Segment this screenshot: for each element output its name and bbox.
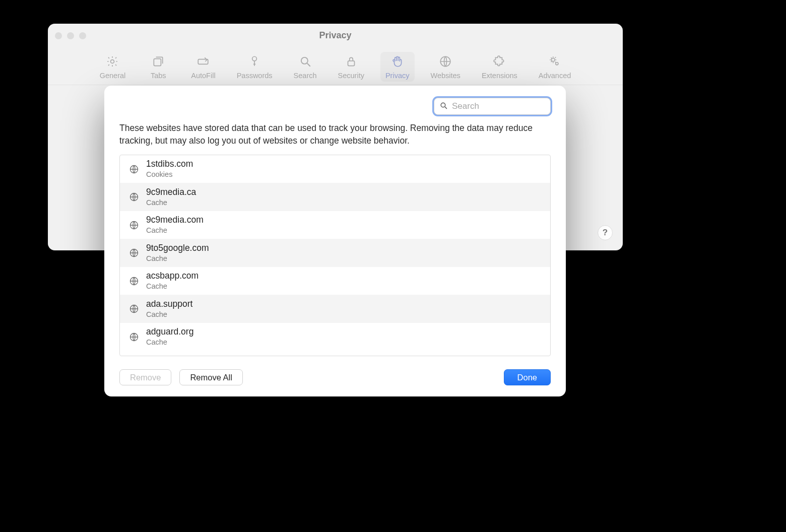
svg-point-8: [556, 62, 558, 65]
remove-button[interactable]: Remove: [119, 369, 171, 385]
website-domain: acsbapp.com: [146, 271, 199, 281]
globe-icon: [129, 220, 139, 230]
tab-websites[interactable]: Websites: [426, 52, 466, 82]
website-data-kind: Cache: [146, 254, 209, 263]
website-row[interactable]: 9to5google.com Cache: [120, 239, 550, 267]
globe-icon: [129, 276, 139, 286]
website-row[interactable]: adguard.org Cache: [120, 323, 550, 351]
lock-icon: [345, 55, 358, 70]
tab-tabs[interactable]: Tabs: [142, 52, 175, 82]
puzzle-icon: [493, 55, 506, 70]
website-row[interactable]: 1stdibs.com Cookies: [120, 155, 550, 183]
svg-point-3: [252, 56, 257, 61]
website-domain: 9c9media.ca: [146, 187, 196, 197]
remove-all-button[interactable]: Remove All: [179, 369, 242, 385]
search-icon: [439, 101, 448, 112]
tab-label: Websites: [431, 72, 461, 80]
svg-rect-1: [154, 59, 161, 66]
tab-general[interactable]: General: [95, 52, 131, 82]
gears-icon: [548, 55, 561, 70]
tab-passwords[interactable]: Passwords: [232, 52, 278, 82]
website-domain: adguard.org: [146, 326, 193, 337]
svg-point-9: [441, 103, 445, 107]
search-input[interactable]: [452, 101, 559, 111]
website-row[interactable]: acsbapp.com Cache: [120, 267, 550, 295]
website-data-kind: Cache: [146, 282, 199, 291]
website-domain: 9c9media.com: [146, 215, 204, 225]
tab-extensions[interactable]: Extensions: [477, 52, 522, 82]
window-title: Privacy: [48, 30, 623, 41]
tab-label: Search: [294, 72, 317, 80]
tab-label: Extensions: [482, 72, 517, 80]
magnifier-icon: [299, 55, 312, 70]
titlebar: Privacy: [48, 24, 623, 48]
tab-security[interactable]: Security: [333, 52, 369, 82]
website-data-kind: Cookies: [146, 170, 193, 179]
svg-point-4: [301, 57, 307, 64]
tab-label: AutoFill: [191, 72, 215, 80]
globe-icon: [129, 248, 139, 258]
done-button[interactable]: Done: [504, 369, 551, 385]
key-icon: [248, 55, 261, 70]
website-row[interactable]: 9c9media.com Cache: [120, 211, 550, 239]
tab-label: General: [100, 72, 126, 80]
svg-point-7: [552, 58, 555, 62]
tab-advanced[interactable]: Advanced: [534, 52, 576, 82]
tab-autofill[interactable]: AutoFill: [186, 52, 220, 82]
tab-label: Privacy: [385, 72, 410, 80]
tab-search[interactable]: Search: [289, 52, 322, 82]
pencil-field-icon: [196, 55, 210, 70]
website-domain: 9to5google.com: [146, 243, 209, 253]
globe-icon: [129, 192, 139, 202]
tab-privacy[interactable]: Privacy: [380, 52, 415, 82]
question-icon: ?: [603, 228, 608, 238]
sheet-footer: Remove Remove All Done: [119, 369, 551, 385]
website-row[interactable]: ada.support Cache: [120, 295, 550, 323]
globe-icon: [439, 55, 452, 70]
website-data-sheet: These websites have stored data that can…: [104, 86, 566, 396]
website-data-kind: Cache: [146, 226, 204, 235]
preferences-toolbar: General Tabs AutoFill Passwords: [48, 48, 623, 85]
svg-point-0: [111, 60, 114, 63]
website-domain: ada.support: [146, 299, 192, 309]
svg-rect-5: [348, 61, 354, 66]
tab-label: Security: [338, 72, 364, 80]
search-field-wrap[interactable]: [434, 98, 551, 115]
tab-label: Tabs: [151, 72, 166, 80]
globe-icon: [129, 164, 139, 174]
gear-icon: [106, 55, 119, 70]
tab-label: Passwords: [237, 72, 273, 80]
website-data-kind: Cache: [146, 198, 196, 207]
tabs-icon: [152, 55, 165, 70]
sheet-description: These websites have stored data that can…: [119, 122, 551, 148]
website-domain: 1stdibs.com: [146, 159, 193, 169]
website-data-kind: Cache: [146, 310, 192, 319]
hand-icon: [391, 55, 404, 70]
website-row[interactable]: 9c9media.ca Cache: [120, 183, 550, 211]
globe-icon: [129, 332, 139, 342]
help-button[interactable]: ?: [598, 225, 613, 240]
website-data-kind: Cache: [146, 338, 193, 347]
tab-label: Advanced: [539, 72, 571, 80]
website-list[interactable]: 1stdibs.com Cookies 9c9media.ca Cache 9c…: [119, 155, 551, 356]
globe-icon: [129, 304, 139, 314]
